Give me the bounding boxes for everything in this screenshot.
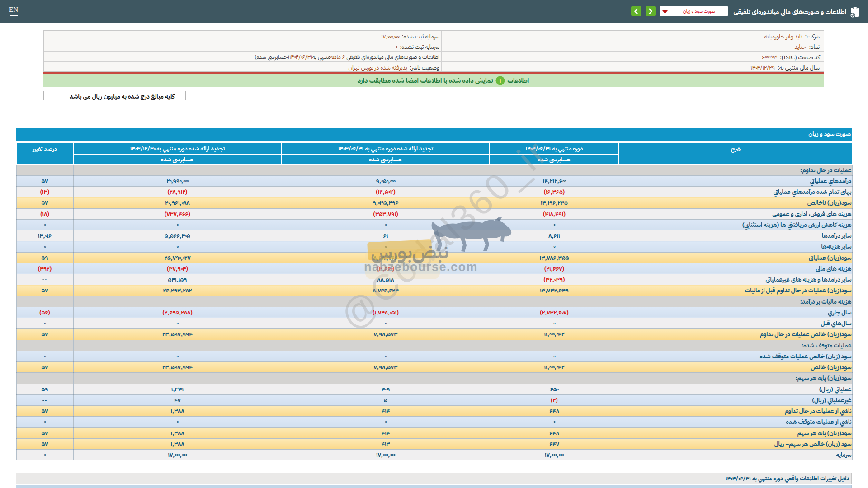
svg-text:i: i xyxy=(499,78,501,84)
